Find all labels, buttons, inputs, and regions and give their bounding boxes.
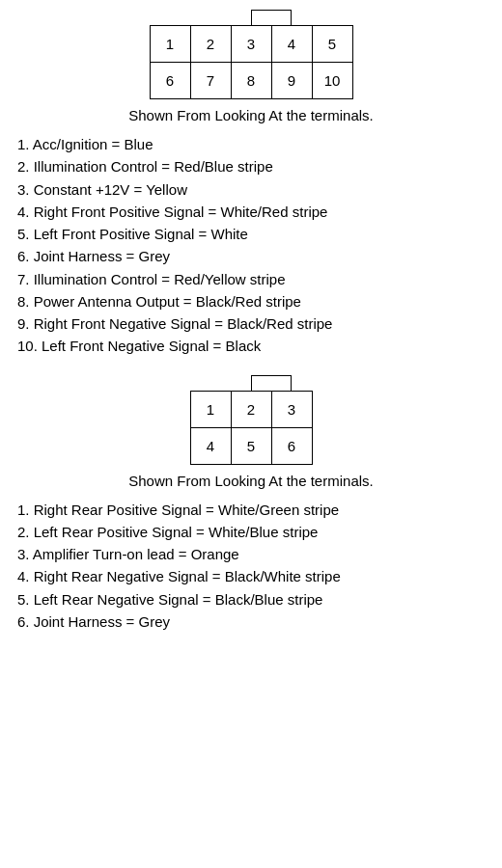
connector-table-1: 1 2 3 4 5 6 7 8 9 10 bbox=[150, 25, 353, 99]
connector-section-2: 1 2 3 4 5 6 Shown From Looking At the te… bbox=[10, 375, 492, 634]
connector-table-2: 1 2 3 4 5 6 bbox=[190, 391, 313, 465]
list-item: 8. Power Antenna Output = Black/Red stri… bbox=[17, 290, 485, 312]
list-item: 7. Illumination Control = Red/Yellow str… bbox=[17, 268, 485, 290]
list-item: 6. Joint Harness = Grey bbox=[17, 245, 485, 267]
list-item: 10. Left Front Negative Signal = Black bbox=[17, 335, 485, 357]
list-item: 6. Joint Harness = Grey bbox=[17, 610, 485, 633]
cell-1-2: 2 bbox=[231, 391, 271, 427]
list-item: 4. Right Front Positive Signal = White/R… bbox=[17, 201, 485, 223]
table-row: 1 2 3 bbox=[190, 391, 312, 427]
caption-2: Shown From Looking At the terminals. bbox=[10, 471, 492, 491]
table-wrapper-1: 1 2 3 4 5 6 7 8 9 10 bbox=[150, 10, 353, 99]
connector-section-1: 1 2 3 4 5 6 7 8 9 10 Shown From bbox=[10, 10, 492, 358]
cell-2-2: 7 bbox=[190, 63, 231, 99]
cell-1-3: 3 bbox=[271, 391, 312, 427]
list-item: 5. Left Front Positive Signal = White bbox=[17, 223, 485, 245]
cell-2-2: 5 bbox=[231, 427, 271, 464]
cell-1-5: 5 bbox=[312, 26, 352, 63]
list-item: 1. Right Rear Positive Signal = White/Gr… bbox=[17, 499, 485, 521]
list-item: 3. Amplifier Turn-on lead = Orange bbox=[17, 543, 485, 565]
table-row: 1 2 3 4 5 bbox=[150, 26, 352, 63]
cell-1-2: 2 bbox=[190, 26, 231, 63]
table-container-1: 1 2 3 4 5 6 7 8 9 10 bbox=[10, 10, 492, 99]
table-wrapper-2: 1 2 3 4 5 6 bbox=[190, 375, 313, 465]
cell-1-3: 3 bbox=[231, 26, 271, 63]
cell-1-1: 1 bbox=[190, 391, 231, 427]
connector-tab-2 bbox=[251, 375, 292, 391]
pin-list-2: 1. Right Rear Positive Signal = White/Gr… bbox=[10, 499, 492, 634]
list-item: 2. Illumination Control = Red/Blue strip… bbox=[17, 155, 485, 177]
list-item: 3. Constant +12V = Yellow bbox=[17, 178, 485, 201]
cell-1-4: 4 bbox=[271, 26, 312, 63]
table-row: 6 7 8 9 10 bbox=[150, 63, 352, 99]
connector-tab-1 bbox=[251, 10, 292, 25]
caption-1: Shown From Looking At the terminals. bbox=[10, 105, 492, 125]
list-item: 1. Acc/Ignition = Blue bbox=[17, 133, 485, 155]
list-item: 5. Left Rear Negative Signal = Black/Blu… bbox=[17, 588, 485, 610]
cell-2-4: 9 bbox=[271, 63, 312, 99]
list-item: 9. Right Front Negative Signal = Black/R… bbox=[17, 312, 485, 335]
cell-1-1: 1 bbox=[150, 26, 190, 63]
cell-2-3: 8 bbox=[231, 63, 271, 99]
pin-list-1: 1. Acc/Ignition = Blue 2. Illumination C… bbox=[10, 133, 492, 358]
cell-2-1: 6 bbox=[150, 63, 190, 99]
list-item: 2. Left Rear Positive Signal = White/Blu… bbox=[17, 521, 485, 543]
table-container-2: 1 2 3 4 5 6 bbox=[10, 375, 492, 465]
cell-2-1: 4 bbox=[190, 427, 231, 464]
cell-2-3: 6 bbox=[271, 427, 312, 464]
list-item: 4. Right Rear Negative Signal = Black/Wh… bbox=[17, 565, 485, 587]
cell-2-5: 10 bbox=[312, 63, 352, 99]
table-row: 4 5 6 bbox=[190, 427, 312, 464]
